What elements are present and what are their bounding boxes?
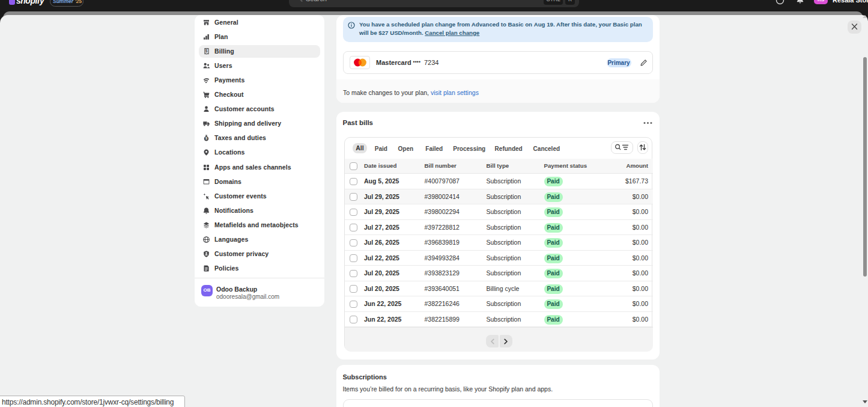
svg-text:$: $ — [205, 137, 207, 141]
svg-text:$: $ — [205, 49, 208, 54]
